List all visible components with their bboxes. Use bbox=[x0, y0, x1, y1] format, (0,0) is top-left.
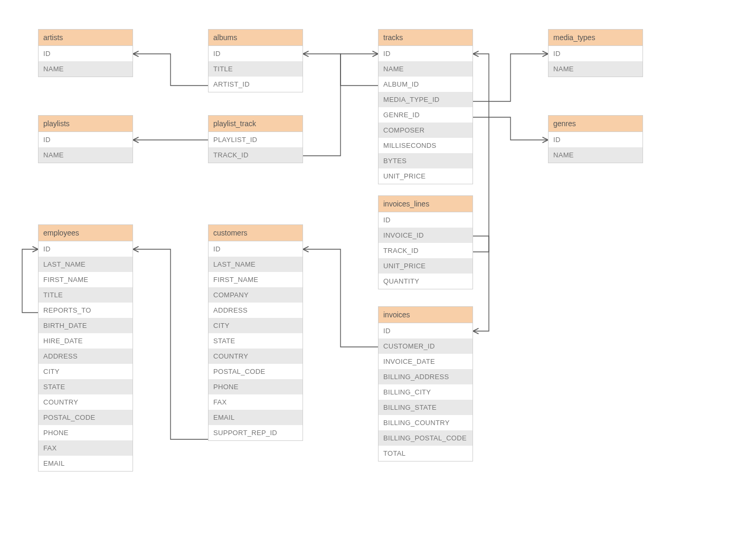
entity-column: BILLING_ADDRESS bbox=[379, 369, 472, 384]
entity-header: employees bbox=[39, 225, 133, 241]
entity-column: COMPANY bbox=[209, 287, 303, 303]
relationship-line bbox=[303, 54, 378, 156]
entity-column: ID bbox=[379, 212, 472, 228]
entity-genres: genresIDNAME bbox=[548, 115, 643, 163]
entity-column: SUPPORT_REP_ID bbox=[209, 425, 303, 440]
entity-header: artists bbox=[39, 30, 133, 46]
entity-column: FAX bbox=[39, 440, 133, 456]
entity-column: ADDRESS bbox=[209, 303, 303, 318]
entity-column: INVOICE_DATE bbox=[379, 354, 472, 369]
relationship-line bbox=[303, 54, 378, 86]
entity-column: NAME bbox=[549, 61, 642, 77]
relationship-line bbox=[133, 249, 208, 439]
entity-column: ID bbox=[209, 241, 303, 257]
entity-column: COMPOSER bbox=[379, 123, 472, 138]
entity-column: TITLE bbox=[39, 287, 133, 303]
entity-column: NAME bbox=[39, 61, 133, 77]
entity-column: ALBUM_ID bbox=[379, 77, 472, 92]
entity-column: CITY bbox=[209, 318, 303, 333]
entity-column: GENRE_ID bbox=[379, 107, 472, 123]
relationship-line bbox=[473, 54, 489, 252]
relationship-line bbox=[303, 249, 378, 347]
relationship-line bbox=[133, 54, 208, 86]
entity-column: CITY bbox=[39, 364, 133, 379]
entity-header: albums bbox=[209, 30, 303, 46]
entity-tracks: tracksIDNAMEALBUM_IDMEDIA_TYPE_IDGENRE_I… bbox=[378, 29, 473, 184]
entity-header: customers bbox=[209, 225, 303, 241]
entity-artists: artistsIDNAME bbox=[38, 29, 133, 77]
entity-column: TRACK_ID bbox=[209, 147, 303, 163]
entity-column: ID bbox=[39, 132, 133, 147]
entity-column: CUSTOMER_ID bbox=[379, 338, 472, 354]
entity-column: UNIT_PRICE bbox=[379, 258, 472, 274]
entity-column: PHONE bbox=[39, 425, 133, 440]
entity-column: ID bbox=[209, 46, 303, 61]
entity-column: HIRE_DATE bbox=[39, 333, 133, 349]
entity-column: ID bbox=[549, 46, 642, 61]
entity-column: POSTAL_CODE bbox=[209, 364, 303, 379]
entity-header: playlist_track bbox=[209, 116, 303, 132]
relationship-line bbox=[473, 117, 548, 140]
entity-column: BILLING_COUNTRY bbox=[379, 415, 472, 430]
relationship-line bbox=[22, 249, 38, 313]
relationship-line bbox=[473, 236, 489, 331]
entity-column: BILLING_POSTAL_CODE bbox=[379, 430, 472, 446]
entity-column: REPORTS_TO bbox=[39, 303, 133, 318]
entity-media_types: media_typesIDNAME bbox=[548, 29, 643, 77]
entity-column: FIRST_NAME bbox=[39, 272, 133, 287]
entity-header: invoices_lines bbox=[379, 196, 472, 212]
entity-column: MILLISECONDS bbox=[379, 138, 472, 153]
entity-column: ID bbox=[549, 132, 642, 147]
entity-column: UNIT_PRICE bbox=[379, 168, 472, 184]
entity-playlist_track: playlist_trackPLAYLIST_IDTRACK_ID bbox=[208, 115, 303, 163]
entity-header: playlists bbox=[39, 116, 133, 132]
entity-column: TITLE bbox=[209, 61, 303, 77]
entity-column: LAST_NAME bbox=[39, 257, 133, 272]
entity-albums: albumsIDTITLEARTIST_ID bbox=[208, 29, 303, 92]
entity-column: PLAYLIST_ID bbox=[209, 132, 303, 147]
entity-invoices_lines: invoices_linesIDINVOICE_IDTRACK_IDUNIT_P… bbox=[378, 195, 473, 289]
entity-column: ID bbox=[379, 323, 472, 338]
entity-invoices: invoicesIDCUSTOMER_IDINVOICE_DATEBILLING… bbox=[378, 306, 473, 462]
entity-column: BYTES bbox=[379, 153, 472, 168]
entity-column: LAST_NAME bbox=[209, 257, 303, 272]
relationship-line bbox=[473, 54, 548, 101]
entity-column: INVOICE_ID bbox=[379, 228, 472, 243]
entity-header: media_types bbox=[549, 30, 642, 46]
entity-column: ID bbox=[39, 241, 133, 257]
entity-column: ID bbox=[379, 46, 472, 61]
entity-column: BILLING_CITY bbox=[379, 384, 472, 400]
entity-column: FAX bbox=[209, 394, 303, 410]
entity-column: QUANTITY bbox=[379, 274, 472, 289]
entity-header: genres bbox=[549, 116, 642, 132]
entity-column: ID bbox=[39, 46, 133, 61]
entity-column: ARTIST_ID bbox=[209, 77, 303, 92]
entity-column: PHONE bbox=[209, 379, 303, 394]
entity-column: FIRST_NAME bbox=[209, 272, 303, 287]
entity-column: STATE bbox=[209, 333, 303, 349]
entity-column: ADDRESS bbox=[39, 349, 133, 364]
entity-column: BIRTH_DATE bbox=[39, 318, 133, 333]
entity-header: tracks bbox=[379, 30, 472, 46]
entity-column: BILLING_STATE bbox=[379, 400, 472, 415]
entity-column: EMAIL bbox=[209, 410, 303, 425]
entity-column: COUNTRY bbox=[39, 394, 133, 410]
entity-column: NAME bbox=[379, 61, 472, 77]
entity-column: TRACK_ID bbox=[379, 243, 472, 258]
entity-column: STATE bbox=[39, 379, 133, 394]
entity-employees: employeesIDLAST_NAMEFIRST_NAMETITLEREPOR… bbox=[38, 224, 133, 472]
entity-column: NAME bbox=[549, 147, 642, 163]
entity-column: EMAIL bbox=[39, 456, 133, 471]
entity-customers: customersIDLAST_NAMEFIRST_NAMECOMPANYADD… bbox=[208, 224, 303, 441]
entity-column: TOTAL bbox=[379, 446, 472, 461]
entity-column: NAME bbox=[39, 147, 133, 163]
entity-column: COUNTRY bbox=[209, 349, 303, 364]
entity-playlists: playlistsIDNAME bbox=[38, 115, 133, 163]
entity-column: POSTAL_CODE bbox=[39, 410, 133, 425]
entity-header: invoices bbox=[379, 307, 472, 323]
entity-column: MEDIA_TYPE_ID bbox=[379, 92, 472, 107]
